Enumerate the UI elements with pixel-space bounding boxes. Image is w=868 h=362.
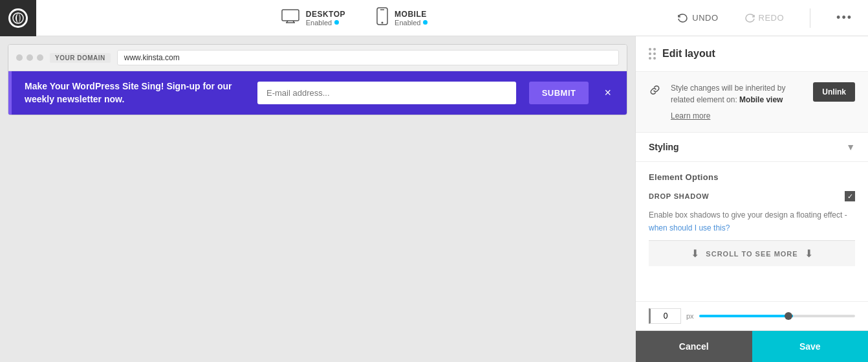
link-description: Style changes will be inherited by relat…	[671, 82, 804, 106]
scroll-hint-text: SCROLL TO SEE MORE	[706, 250, 797, 258]
desktop-tab-status: Enabled	[306, 19, 345, 27]
browser-mock: YOUR DOMAIN www.kinsta.com Make Your Wor…	[8, 44, 627, 115]
scroll-hint: ⬇ SCROLL TO SEE MORE ⬇	[649, 240, 855, 266]
device-tabs: DESKTOP Enabled MOBILE Enabled	[36, 5, 673, 32]
link-icon	[649, 84, 662, 96]
panel-header: Edit layout	[636, 36, 868, 72]
link-section: Style changes will be inherited by relat…	[636, 72, 868, 133]
save-button[interactable]: Save	[752, 331, 869, 362]
scroll-arrow-right-icon: ⬇	[805, 247, 813, 260]
link-row: Style changes will be inherited by relat…	[649, 82, 855, 122]
browser-dot-2	[27, 54, 33, 61]
shadow-description: Enable box shadows to give your design a…	[649, 209, 855, 232]
close-banner-button[interactable]: ×	[602, 84, 614, 102]
cancel-button[interactable]: Cancel	[636, 331, 752, 362]
scroll-arrow-left-icon: ⬇	[691, 247, 699, 260]
browser-dot-3	[37, 54, 43, 61]
redo-label: REDO	[759, 13, 785, 23]
top-bar-divider	[810, 8, 810, 28]
desktop-icon	[281, 9, 299, 27]
undo-button[interactable]: UNDO	[673, 10, 723, 26]
mobile-tab[interactable]: MOBILE Enabled	[371, 5, 433, 32]
preview-area: YOUR DOMAIN www.kinsta.com Make Your Wor…	[0, 36, 635, 362]
horz-offset-row: 0 px	[636, 301, 868, 330]
top-bar: DESKTOP Enabled MOBILE Enabled	[0, 0, 868, 36]
browser-dot-1	[16, 54, 23, 61]
panel-dot-6	[653, 57, 656, 60]
browser-dots	[16, 54, 43, 61]
redo-icon	[744, 13, 755, 23]
panel-dot-4	[653, 52, 656, 55]
desktop-status-dot	[334, 20, 339, 25]
mobile-status-dot	[423, 20, 428, 25]
newsletter-banner: Make Your WordPress Site Sing! Sign-up f…	[8, 71, 627, 115]
panel-dot-3	[649, 52, 651, 55]
url-bar[interactable]: www.kinsta.com	[117, 50, 619, 65]
styling-section[interactable]: Styling ▼	[636, 133, 868, 162]
undo-label: UNDO	[692, 13, 718, 23]
mobile-tab-name: MOBILE	[395, 10, 428, 19]
drop-shadow-row: DROP SHADOW ✓	[649, 191, 855, 201]
drop-shadow-checkbox[interactable]: ✓	[845, 191, 855, 201]
styling-label: Styling	[649, 142, 679, 152]
horz-offset-unit: px	[686, 312, 694, 320]
element-options: Element Options DROP SHADOW ✓ Enable box…	[636, 162, 868, 301]
mobile-tab-info: MOBILE Enabled	[395, 10, 428, 27]
svg-rect-1	[282, 10, 299, 21]
unlink-button[interactable]: Unlink	[813, 82, 855, 102]
chevron-down-icon: ▼	[846, 142, 855, 152]
mobile-tab-status: Enabled	[395, 19, 428, 27]
bottom-buttons: Cancel Save	[636, 330, 868, 362]
horz-offset-slider[interactable]	[699, 315, 855, 317]
panel-header-dots	[649, 48, 656, 60]
shadow-link[interactable]: when should I use this?	[649, 223, 855, 232]
horz-offset-value[interactable]: 0	[649, 308, 681, 324]
email-input-wrapper	[257, 82, 516, 104]
drop-shadow-label: DROP SHADOW	[649, 192, 710, 200]
panel-dot-1	[649, 48, 651, 51]
svg-point-0	[13, 13, 23, 23]
more-icon: •••	[836, 11, 852, 24]
more-button[interactable]: •••	[831, 8, 858, 27]
panel-dot-5	[649, 57, 651, 60]
panel-title: Edit layout	[662, 48, 715, 60]
element-options-heading: Element Options	[649, 172, 855, 182]
email-input[interactable]	[257, 82, 516, 104]
redo-button[interactable]: REDO	[739, 10, 790, 26]
desktop-tab[interactable]: DESKTOP Enabled	[276, 6, 351, 30]
logo-icon	[8, 8, 28, 28]
link-content: Style changes will be inherited by relat…	[671, 82, 804, 122]
banner-text: Make Your WordPress Site Sing! Sign-up f…	[25, 80, 244, 106]
submit-button[interactable]: SUBMIT	[529, 82, 589, 104]
desktop-tab-info: DESKTOP Enabled	[306, 10, 345, 27]
main-content: YOUR DOMAIN www.kinsta.com Make Your Wor…	[0, 36, 868, 362]
logo-area	[0, 0, 36, 36]
top-bar-actions: UNDO REDO •••	[673, 8, 858, 28]
svg-point-6	[382, 21, 384, 23]
slider-thumb	[785, 312, 792, 320]
desktop-tab-name: DESKTOP	[306, 10, 345, 19]
right-panel: Edit layout Style changes will be inheri…	[635, 36, 868, 362]
learn-more-link[interactable]: Learn more	[671, 111, 710, 120]
shadow-desc-text: Enable box shadows to give your design a…	[649, 209, 855, 221]
panel-dot-2	[653, 48, 656, 51]
url-label: YOUR DOMAIN	[50, 53, 111, 63]
mobile-icon	[376, 7, 388, 29]
undo-icon	[678, 13, 688, 23]
browser-bar: YOUR DOMAIN www.kinsta.com	[8, 45, 627, 71]
